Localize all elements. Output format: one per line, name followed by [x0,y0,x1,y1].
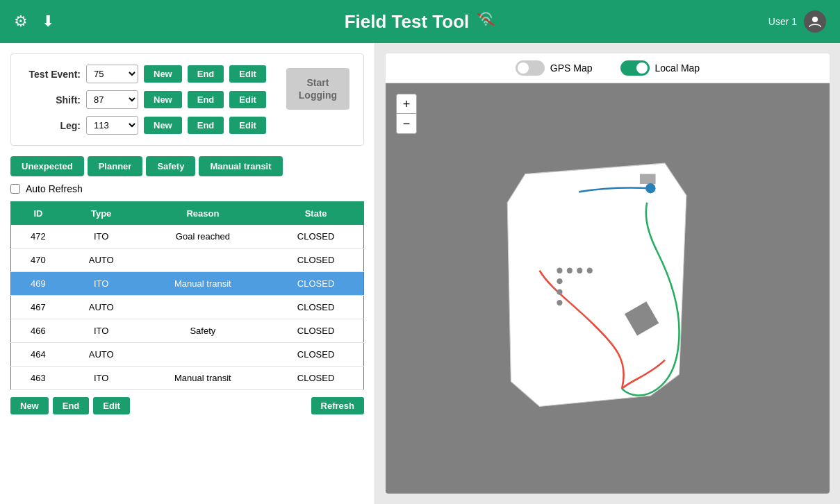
left-panel: Test Event: 757473 New End Edit Shift: 8… [0,43,375,504]
cell-id: 470 [11,249,65,272]
filter-tabs: Unexpected Planner Safety Manual transit [10,156,364,176]
shift-label: Shift: [25,94,81,106]
safety-filter-tab[interactable]: Safety [146,156,195,176]
table-row[interactable]: 472ITOGoal reachedCLOSED [11,225,364,249]
username: User 1 [768,16,797,27]
right-panel: GPS Map Local Map + − [375,43,840,504]
cell-reason [138,343,269,367]
manual-transit-filter-tab[interactable]: Manual transit [199,156,282,176]
leg-edit-button[interactable]: Edit [229,117,266,134]
test-event-new-button[interactable]: New [144,65,182,83]
leg-row: Leg: 113112111 New End Edit [25,116,272,135]
cell-type: AUTO [65,343,138,367]
auto-refresh-row: Auto Refresh [10,183,364,194]
user-avatar[interactable] [804,10,826,33]
svg-point-1 [812,17,818,22]
svg-point-8 [567,268,573,274]
map-container: GPS Map Local Map + − [386,53,830,494]
cell-state: CLOSED [268,343,363,367]
test-event-select[interactable]: 757473 [86,65,138,83]
cell-type: ITO [65,319,138,343]
wifi-off-icon [476,12,495,31]
col-reason: Reason [138,202,269,226]
cell-reason: Safety [138,319,269,343]
planner-filter-tab[interactable]: Planner [88,156,143,176]
table-row[interactable]: 466ITOSafetyCLOSED [11,319,364,343]
shift-row: Shift: 878685 New End Edit [25,90,272,109]
cell-state: CLOSED [268,272,363,296]
table-row[interactable]: 464AUTOCLOSED [11,343,364,367]
zoom-out-button[interactable]: − [397,114,416,133]
cell-type: ITO [65,367,138,390]
cell-type: AUTO [65,249,138,272]
refresh-button[interactable]: Refresh [311,397,364,414]
local-map-toggle-group: Local Map [620,60,700,76]
unexpected-filter-tab[interactable]: Unexpected [10,156,84,176]
local-map-label: Local Map [655,62,700,74]
svg-point-13 [557,300,562,305]
cell-reason [138,296,269,319]
cell-type: ITO [65,272,138,296]
start-logging-button[interactable]: StartLogging [286,68,349,110]
shift-edit-button[interactable]: Edit [229,91,266,108]
shift-select[interactable]: 878685 [86,90,138,109]
app-header: ⚙ ⬇ Field Test Tool User 1 [0,0,840,43]
cell-type: ITO [65,225,138,249]
download-icon[interactable]: ⬇ [42,12,54,31]
cell-reason [138,249,269,272]
svg-point-10 [587,268,593,274]
svg-point-7 [557,268,562,274]
col-id: ID [11,202,65,226]
svg-point-9 [577,268,582,274]
table-row[interactable]: 463ITOManual transitCLOSED [11,367,364,390]
gps-map-label: GPS Map [550,62,593,74]
table-edit-button[interactable]: Edit [93,397,130,414]
cell-id: 466 [11,319,65,343]
header-right: User 1 [768,10,826,33]
leg-new-button[interactable]: New [144,117,182,134]
svg-point-12 [557,289,562,295]
table-header-row: ID Type Reason State [11,202,364,226]
map-area: + − [386,83,830,494]
gps-map-toggle[interactable] [516,60,545,76]
table-end-button[interactable]: End [53,397,90,414]
cell-state: CLOSED [268,296,363,319]
controls-section: Test Event: 757473 New End Edit Shift: 8… [10,53,364,146]
table-row[interactable]: 467AUTOCLOSED [11,296,364,319]
header-left: ⚙ ⬇ [14,12,54,31]
bottom-bar-left: New End Edit [10,397,130,414]
table-row[interactable]: 470AUTOCLOSED [11,249,364,272]
auto-refresh-label[interactable]: Auto Refresh [26,183,83,194]
cell-id: 472 [11,225,65,249]
zoom-in-button[interactable]: + [397,94,416,114]
svg-point-6 [645,183,655,193]
col-type: Type [65,202,138,226]
svg-point-0 [485,24,487,26]
shift-end-button[interactable]: End [188,91,224,108]
zoom-controls: + − [396,94,417,134]
cell-id: 469 [11,272,65,296]
map-header: GPS Map Local Map [386,53,830,83]
test-event-edit-button[interactable]: Edit [229,65,266,83]
incidents-table: ID Type Reason State 472ITOGoal reachedC… [10,201,364,390]
local-map-toggle[interactable] [620,60,650,76]
leg-select[interactable]: 113112111 [86,116,138,135]
leg-end-button[interactable]: End [188,117,224,134]
svg-rect-5 [640,174,656,184]
cell-id: 463 [11,367,65,390]
main-layout: Test Event: 757473 New End Edit Shift: 8… [0,43,840,504]
cell-state: CLOSED [268,319,363,343]
cell-reason: Goal reached [138,225,269,249]
settings-icon[interactable]: ⚙ [14,12,28,31]
shift-new-button[interactable]: New [144,91,182,108]
test-event-end-button[interactable]: End [188,65,224,83]
test-event-row: Test Event: 757473 New End Edit [25,65,272,83]
table-row[interactable]: 469ITOManual transitCLOSED [11,272,364,296]
table-new-button[interactable]: New [10,397,49,414]
svg-marker-3 [507,163,686,406]
auto-refresh-checkbox[interactable] [10,184,20,194]
cell-state: CLOSED [268,367,363,390]
bottom-action-bar: New End Edit Refresh [10,397,364,414]
cell-reason: Manual transit [138,272,269,296]
test-event-label: Test Event: [25,69,81,80]
